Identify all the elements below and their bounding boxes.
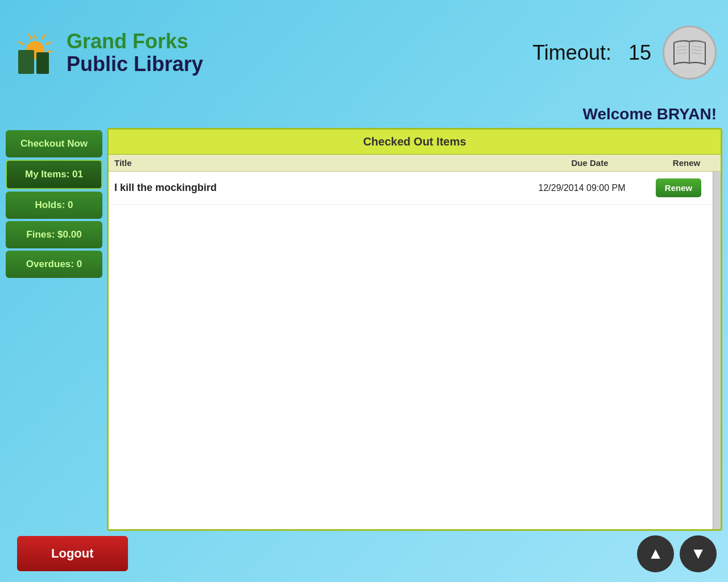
renew-button[interactable]: Renew bbox=[656, 178, 701, 197]
logo-area: Grand Forks Public Library bbox=[11, 28, 203, 77]
up-arrow-icon: ▲ bbox=[648, 544, 664, 563]
svg-rect-8 bbox=[36, 52, 49, 74]
svg-marker-4 bbox=[27, 32, 33, 40]
book-icon bbox=[663, 26, 717, 80]
panel-scrollbar[interactable] bbox=[713, 172, 721, 529]
svg-marker-3 bbox=[47, 50, 56, 52]
library-logo-icon bbox=[11, 28, 60, 77]
svg-marker-1 bbox=[41, 32, 47, 40]
content-panel: Checked Out Items Title Due Date Renew I… bbox=[107, 128, 722, 531]
sidebar-item-holds[interactable]: Holds: 0 bbox=[6, 192, 102, 219]
logo-text: Grand Forks Public Library bbox=[67, 30, 203, 75]
main-layout: Checkout Now My Items: 01 Holds: 0 Fines… bbox=[0, 128, 728, 531]
svg-line-12 bbox=[692, 46, 702, 47]
panel-body: I kill the mockingbird 12/29/2014 09:00 … bbox=[109, 172, 713, 529]
timeout-display: Timeout: 15 bbox=[532, 41, 651, 65]
timeout-area: Timeout: 15 bbox=[532, 26, 717, 80]
scroll-up-button[interactable]: ▲ bbox=[637, 535, 674, 572]
nav-arrows: ▲ ▼ bbox=[637, 535, 717, 572]
bottom-bar: Logout ▲ ▼ bbox=[0, 531, 728, 576]
item-due-date: 12/29/2014 09:00 PM bbox=[514, 183, 650, 193]
svg-marker-2 bbox=[46, 41, 54, 45]
logout-button[interactable]: Logout bbox=[17, 536, 128, 571]
sidebar: Checkout Now My Items: 01 Holds: 0 Fines… bbox=[6, 128, 102, 531]
library-name-line2: Public Library bbox=[67, 53, 203, 76]
welcome-message: Welcome BRYAN! bbox=[0, 105, 728, 128]
sidebar-item-checkout-now[interactable]: Checkout Now bbox=[6, 130, 102, 157]
col-header-title: Title bbox=[114, 158, 522, 168]
table-row: I kill the mockingbird 12/29/2014 09:00 … bbox=[109, 172, 713, 205]
svg-line-11 bbox=[677, 53, 687, 54]
sidebar-item-overdues[interactable]: Overdues: 0 bbox=[6, 251, 102, 278]
svg-marker-5 bbox=[16, 41, 24, 45]
item-title: I kill the mockingbird bbox=[114, 182, 514, 194]
svg-rect-7 bbox=[18, 50, 34, 74]
scroll-down-button[interactable]: ▼ bbox=[680, 535, 717, 572]
col-header-renew: Renew bbox=[658, 158, 715, 168]
svg-line-9 bbox=[677, 46, 687, 47]
down-arrow-icon: ▼ bbox=[690, 544, 706, 563]
svg-line-14 bbox=[692, 53, 702, 54]
panel-scroll-area: I kill the mockingbird 12/29/2014 09:00 … bbox=[109, 172, 721, 529]
svg-line-10 bbox=[677, 49, 687, 51]
sidebar-item-fines[interactable]: Fines: $0.00 bbox=[6, 221, 102, 248]
header: Grand Forks Public Library Timeout: 15 bbox=[0, 0, 728, 105]
panel-column-headers: Title Due Date Renew bbox=[109, 155, 721, 172]
panel-title: Checked Out Items bbox=[109, 130, 721, 155]
svg-marker-0 bbox=[34, 30, 36, 39]
svg-line-13 bbox=[692, 49, 702, 51]
item-renew-cell: Renew bbox=[650, 178, 707, 197]
sidebar-item-my-items[interactable]: My Items: 01 bbox=[6, 160, 102, 189]
col-header-duedate: Due Date bbox=[522, 158, 658, 168]
library-name-line1: Grand Forks bbox=[67, 30, 203, 53]
